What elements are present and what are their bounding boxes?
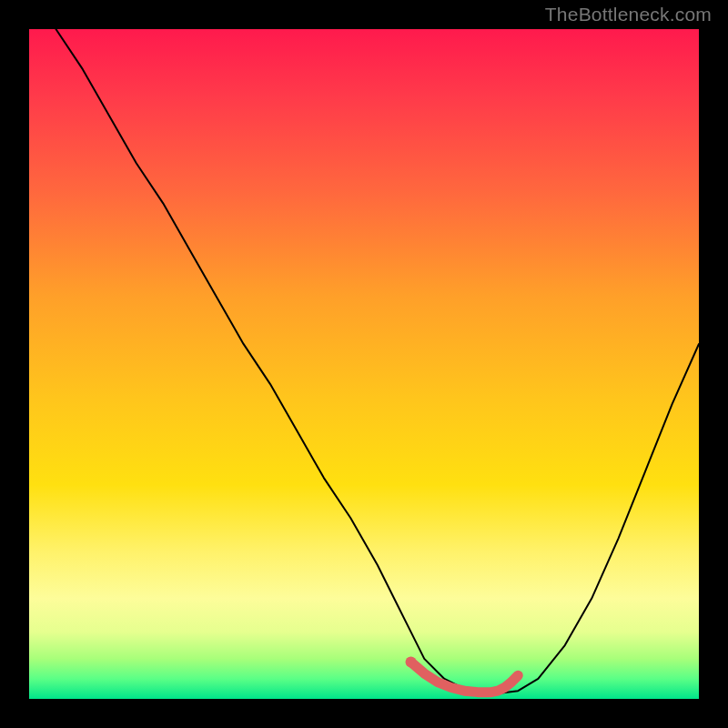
watermark-text: TheBottleneck.com <box>545 4 712 25</box>
bottleneck-curve <box>56 29 699 693</box>
plot-area <box>29 29 699 699</box>
optimal-range-highlight <box>411 662 519 693</box>
plot-svg <box>29 29 699 699</box>
chart-frame: TheBottleneck.com <box>0 0 728 728</box>
optimal-start-marker <box>406 657 417 668</box>
